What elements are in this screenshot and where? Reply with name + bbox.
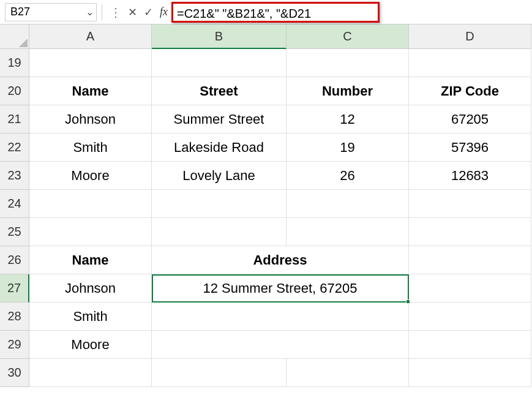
row-header-22[interactable]: 22 [0,134,29,162]
cell-B29-merged[interactable] [152,331,409,359]
cell-B22[interactable]: Lakeside Road [152,134,287,162]
cell-B24[interactable] [152,190,287,218]
row-header-26[interactable]: 26 [0,246,29,274]
cell-B26-merged[interactable]: Address [152,246,409,274]
cell-D30[interactable] [409,359,531,387]
formula-input[interactable]: =C21&" "&B21&", "&D21 [171,2,380,23]
cell-D25[interactable] [409,218,531,246]
cell-D28[interactable] [409,303,531,331]
col-header-c[interactable]: C [287,24,409,49]
cell-D21[interactable]: 67205 [409,105,531,134]
select-all-corner[interactable] [0,24,29,49]
row-header-27[interactable]: 27 [0,274,29,303]
check-icon[interactable]: ✓ [140,4,156,20]
cell-B20[interactable]: Street [152,77,287,105]
cell-A26[interactable]: Name [29,246,152,274]
cell-C22[interactable]: 19 [287,134,409,162]
cell-D23[interactable]: 12683 [409,162,531,190]
col-header-b[interactable]: B [152,24,287,49]
row-header-24[interactable]: 24 [0,190,29,218]
cell-B28-merged[interactable] [152,303,409,331]
cell-A21[interactable]: Johnson [29,105,152,134]
row-header-28[interactable]: 28 [0,303,29,331]
fx-icon[interactable]: fx [160,6,168,18]
cell-C19[interactable] [287,49,409,77]
col-header-a[interactable]: A [29,24,152,49]
cell-D19[interactable] [409,49,531,77]
name-box[interactable]: B27 ⌄ [5,3,97,21]
cell-D20[interactable]: ZIP Code [409,77,531,105]
cancel-icon[interactable]: ✕ [124,4,140,20]
row-header-25[interactable]: 25 [0,218,29,246]
column-headers: A B C D [29,24,531,49]
cell-A19[interactable] [29,49,152,77]
separator [102,4,102,20]
cell-B30[interactable] [152,359,287,387]
cell-A24[interactable] [29,190,152,218]
cell-C25[interactable] [287,218,409,246]
formula-bar: B27 ⌄ ⋮ ✕ ✓ fx =C21&" "&B21&", "&D21 [0,0,532,24]
cell-B21[interactable]: Summer Street [152,105,287,134]
colon-icon: ⋮ [110,5,122,20]
cell-D29[interactable] [409,331,531,359]
cell-A30[interactable] [29,359,152,387]
name-box-value: B27 [10,6,30,18]
cell-B25[interactable] [152,218,287,246]
cell-D22[interactable]: 57396 [409,134,531,162]
cell-D24[interactable] [409,190,531,218]
cell-B23[interactable]: Lovely Lane [152,162,287,190]
row-headers: 19 20 21 22 23 24 25 26 27 28 29 30 [0,49,29,387]
cell-A29[interactable]: Moore [29,331,152,359]
cell-B19[interactable] [152,49,287,77]
cell-B27-merged[interactable]: 12 Summer Street, 67205 [152,274,409,303]
cell-C30[interactable] [287,359,409,387]
cell-A20[interactable]: Name [29,77,152,105]
cell-C24[interactable] [287,190,409,218]
row-header-29[interactable]: 29 [0,331,29,359]
cell-D27[interactable] [409,274,531,303]
cell-A22[interactable]: Smith [29,134,152,162]
cell-A27[interactable]: Johnson [29,274,152,303]
row-header-21[interactable]: 21 [0,105,29,134]
cell-grid: Name Street Number ZIP Code Johnson Summ… [29,49,531,387]
row-header-30[interactable]: 30 [0,359,29,387]
row-header-19[interactable]: 19 [0,49,29,77]
cell-A25[interactable] [29,218,152,246]
cell-D26[interactable] [409,246,531,274]
chevron-down-icon[interactable]: ⌄ [86,6,94,18]
cell-A28[interactable]: Smith [29,303,152,331]
spreadsheet: 19 20 21 22 23 24 25 26 27 28 29 30 A B … [0,24,532,395]
cell-C23[interactable]: 26 [287,162,409,190]
cell-C20[interactable]: Number [287,77,409,105]
cell-C21[interactable]: 12 [287,105,409,134]
row-header-20[interactable]: 20 [0,77,29,105]
cell-A23[interactable]: Moore [29,162,152,190]
row-header-23[interactable]: 23 [0,162,29,190]
col-header-d[interactable]: D [409,24,531,49]
